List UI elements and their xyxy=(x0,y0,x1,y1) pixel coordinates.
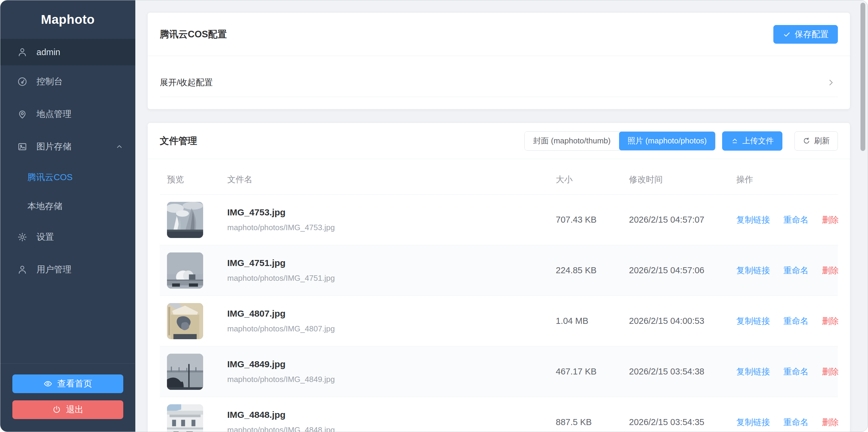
actions-cell: 复制链接 重命名 删除 xyxy=(729,366,839,377)
table-row: IMG_4848.jpg maphoto/photos/IMG_4848.jpg… xyxy=(160,397,838,432)
sidebar-item-label: 腾讯云COS xyxy=(27,171,73,184)
filename-cell: IMG_4807.jpg maphoto/photos/IMG_4807.jpg xyxy=(220,308,549,333)
sidebar-subitem-tencent-cos[interactable]: 腾讯云COS xyxy=(0,163,135,192)
file-modified-time: 2026/2/15 03:54:35 xyxy=(622,417,729,427)
config-collapse-toggle[interactable]: 展开/收起配置 xyxy=(160,68,838,97)
check-icon xyxy=(783,30,791,39)
column-header-size: 大小 xyxy=(549,174,622,185)
copy-link-action[interactable]: 复制链接 xyxy=(736,214,770,226)
sidebar-footer: 查看首页 退出 xyxy=(0,363,135,432)
file-name: IMG_4849.jpg xyxy=(227,359,549,369)
sidebar-item-locations[interactable]: 地点管理 xyxy=(0,98,135,130)
file-management-header: 文件管理 封面 (maphoto/thumb) 照片 (maphoto/phot… xyxy=(148,123,850,159)
column-header-modified: 修改时间 xyxy=(622,174,729,185)
filename-cell: IMG_4849.jpg maphoto/photos/IMG_4849.jpg xyxy=(220,359,549,384)
file-path: maphoto/photos/IMG_4849.jpg xyxy=(227,375,549,384)
delete-action[interactable]: 删除 xyxy=(822,417,839,428)
folder-tab-thumb[interactable]: 封面 (maphoto/thumb) xyxy=(525,132,619,150)
file-thumbnail[interactable] xyxy=(167,354,203,390)
file-name: IMG_4807.jpg xyxy=(227,308,549,319)
preview-cell xyxy=(160,202,220,238)
upload-file-button[interactable]: 上传文件 xyxy=(722,131,782,151)
delete-action[interactable]: 删除 xyxy=(822,214,839,226)
file-size: 1.04 MB xyxy=(549,316,622,326)
file-modified-time: 2026/2/15 04:57:07 xyxy=(622,215,729,225)
save-config-button[interactable]: 保存配置 xyxy=(773,25,838,44)
copy-link-action[interactable]: 复制链接 xyxy=(736,265,770,276)
rename-action[interactable]: 重命名 xyxy=(783,315,809,327)
chevron-up-icon xyxy=(116,143,123,151)
sidebar-item-admin-user[interactable]: admin xyxy=(0,39,135,65)
sidebar-item-dashboard[interactable]: 控制台 xyxy=(0,65,135,98)
sidebar-item-label: 地点管理 xyxy=(36,108,71,120)
user-icon xyxy=(17,47,27,57)
delete-action[interactable]: 删除 xyxy=(822,366,839,377)
actions-cell: 复制链接 重命名 删除 xyxy=(729,265,839,276)
file-thumbnail[interactable] xyxy=(167,303,203,339)
file-table: 预览 文件名 大小 修改时间 操作 IMG_4753.jpg maphoto/p… xyxy=(148,159,850,432)
chevron-right-icon xyxy=(827,78,835,87)
copy-link-action[interactable]: 复制链接 xyxy=(736,315,770,327)
dashboard-icon xyxy=(17,76,27,87)
filename-cell: IMG_4751.jpg maphoto/photos/IMG_4751.jpg xyxy=(220,258,549,283)
refresh-button[interactable]: 刷新 xyxy=(795,131,838,151)
sidebar-item-label: 控制台 xyxy=(36,76,63,88)
file-modified-time: 2026/2/15 04:00:53 xyxy=(622,316,729,326)
cos-config-body: 展开/收起配置 xyxy=(148,56,850,109)
refresh-icon xyxy=(803,137,810,145)
rename-action[interactable]: 重命名 xyxy=(783,417,809,428)
rename-action[interactable]: 重命名 xyxy=(783,214,809,226)
table-row: IMG_4849.jpg maphoto/photos/IMG_4849.jpg… xyxy=(160,346,838,397)
sidebar-item-settings[interactable]: 设置 xyxy=(0,221,135,253)
sidebar-item-label: 设置 xyxy=(36,231,54,243)
folder-tab-photos[interactable]: 照片 (maphoto/photos) xyxy=(619,132,715,150)
collapse-label: 展开/收起配置 xyxy=(160,77,213,88)
image-icon xyxy=(17,142,27,152)
file-thumbnail[interactable] xyxy=(167,253,203,289)
rename-action[interactable]: 重命名 xyxy=(783,366,809,377)
file-size: 887.5 KB xyxy=(549,417,622,427)
sidebar-item-label: 本地存储 xyxy=(27,200,62,212)
view-home-button[interactable]: 查看首页 xyxy=(12,374,123,393)
delete-action[interactable]: 删除 xyxy=(822,315,839,327)
column-header-actions: 操作 xyxy=(729,174,838,185)
table-row: IMG_4751.jpg maphoto/photos/IMG_4751.jpg… xyxy=(160,245,838,296)
user-icon xyxy=(17,265,27,275)
cos-config-card: 腾讯云COS配置 保存配置 展开/收起配置 xyxy=(147,12,850,109)
power-icon xyxy=(52,405,61,414)
sidebar-item-user-management[interactable]: 用户管理 xyxy=(0,253,135,286)
file-path: maphoto/photos/IMG_4751.jpg xyxy=(227,273,549,283)
column-header-preview: 预览 xyxy=(160,174,220,185)
folder-tab-group: 封面 (maphoto/thumb) 照片 (maphoto/photos) xyxy=(524,131,715,151)
eye-icon xyxy=(43,379,53,388)
copy-link-action[interactable]: 复制链接 xyxy=(736,366,770,377)
cos-config-header: 腾讯云COS配置 保存配置 xyxy=(148,13,850,56)
main-content: 腾讯云COS配置 保存配置 展开/收起配置 文件管理 xyxy=(135,0,868,432)
file-size: 467.17 KB xyxy=(549,367,622,376)
actions-cell: 复制链接 重命名 删除 xyxy=(729,315,839,327)
file-table-body: IMG_4753.jpg maphoto/photos/IMG_4753.jpg… xyxy=(160,195,838,432)
delete-action[interactable]: 删除 xyxy=(822,265,839,276)
sidebar-item-label: 图片存储 xyxy=(36,141,71,153)
sidebar-item-image-storage[interactable]: 图片存储 xyxy=(0,130,135,163)
file-thumbnail[interactable] xyxy=(167,202,203,238)
preview-cell xyxy=(160,404,220,432)
rename-action[interactable]: 重命名 xyxy=(783,265,809,276)
sidebar-spacer xyxy=(0,286,135,363)
preview-cell xyxy=(160,253,220,289)
filename-cell: IMG_4848.jpg maphoto/photos/IMG_4848.jpg xyxy=(220,410,549,432)
file-modified-time: 2026/2/15 03:54:38 xyxy=(622,367,729,376)
page-scrollbar-thumb[interactable] xyxy=(861,3,865,151)
file-name: IMG_4848.jpg xyxy=(227,410,549,420)
logout-button[interactable]: 退出 xyxy=(12,400,123,419)
upload-icon xyxy=(731,137,739,145)
copy-link-action[interactable]: 复制链接 xyxy=(736,417,770,428)
file-table-header-row: 预览 文件名 大小 修改时间 操作 xyxy=(160,165,838,195)
cos-config-title: 腾讯云COS配置 xyxy=(160,28,227,41)
table-row: IMG_4753.jpg maphoto/photos/IMG_4753.jpg… xyxy=(160,195,838,245)
filename-cell: IMG_4753.jpg maphoto/photos/IMG_4753.jpg xyxy=(220,207,549,232)
gear-icon xyxy=(17,232,27,242)
sidebar-subitem-local-storage[interactable]: 本地存储 xyxy=(0,192,135,221)
file-management-title: 文件管理 xyxy=(160,135,197,147)
file-thumbnail[interactable] xyxy=(167,404,203,432)
